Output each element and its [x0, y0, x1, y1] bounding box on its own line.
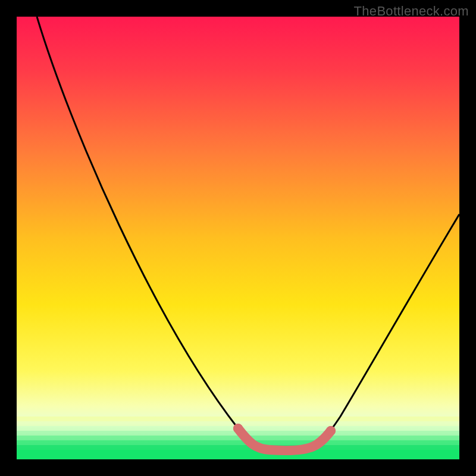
svg-rect-5: [17, 436, 459, 440]
right-frame: [459, 0, 476, 476]
left-frame: [0, 0, 17, 476]
svg-point-10: [326, 426, 336, 436]
bottom-frame: [0, 459, 476, 476]
watermark-text: TheBottleneck.com: [354, 4, 469, 19]
bottleneck-chart: [0, 0, 476, 476]
svg-point-9: [233, 424, 243, 433]
banding: [17, 416, 459, 459]
plot-area: [17, 17, 459, 459]
chart-container: TheBottleneck.com: [0, 0, 476, 476]
svg-rect-8: [17, 450, 459, 459]
svg-rect-6: [17, 440, 459, 445]
svg-rect-1: [17, 416, 459, 421]
svg-rect-7: [17, 445, 459, 450]
